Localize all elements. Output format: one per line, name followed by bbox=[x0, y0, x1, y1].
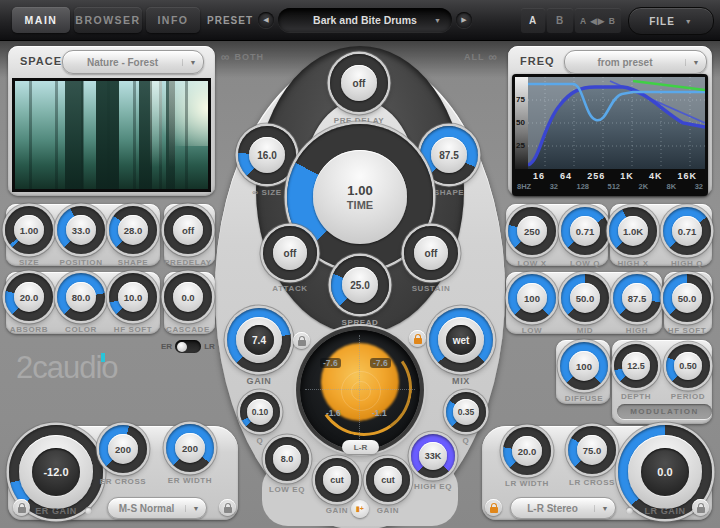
knob-face: 1.00 bbox=[14, 215, 44, 245]
knob-label: ATTACK bbox=[236, 284, 344, 293]
low-x-knob[interactable]: 250 LOW X bbox=[508, 207, 556, 255]
low-knob[interactable]: 100 LOW bbox=[508, 274, 556, 322]
lock-icon bbox=[490, 507, 498, 513]
space-label: SPACE bbox=[20, 55, 62, 67]
shape-knob[interactable]: 28.0 SHAPE bbox=[109, 206, 157, 254]
tab-info[interactable]: INFO bbox=[146, 7, 200, 33]
link-both-label: BOTH bbox=[235, 52, 265, 62]
preset-prev-button[interactable]: ◀ bbox=[258, 12, 274, 28]
er-lr-toggle[interactable]: ER LR bbox=[161, 340, 215, 353]
low-eq-knob[interactable]: 8.0 LOW EQ bbox=[265, 437, 309, 481]
hf-soft-right-knob[interactable]: 50.0 HF SOFT bbox=[663, 274, 711, 322]
diffuse-knob[interactable]: 100 DIFFUSE bbox=[560, 342, 608, 390]
freq-ytick: 50 bbox=[516, 118, 525, 127]
knob-value: wet bbox=[446, 325, 476, 355]
stereo-radar-display[interactable]: -7.6 -7.6 -1.6 -1.1 bbox=[300, 330, 420, 450]
toggle-switch[interactable] bbox=[175, 340, 201, 353]
gain-lock-button[interactable] bbox=[293, 332, 310, 349]
knob-face: 28.0 bbox=[118, 215, 148, 245]
knob-face: 20.0 bbox=[512, 436, 542, 466]
radar-value-bl: -1.6 bbox=[326, 408, 341, 418]
knob-label: SPREAD bbox=[302, 318, 418, 327]
predelay-left-knob[interactable]: off PREDELAY bbox=[164, 206, 212, 254]
knob-label: HIGH Q bbox=[639, 259, 720, 268]
space-dropdown-value: Nature - Forest bbox=[63, 57, 182, 68]
freq-curves bbox=[515, 77, 705, 169]
er-width-knob[interactable]: 200 ER WIDTH bbox=[166, 424, 214, 472]
high-eq-knob[interactable]: 33K HIGH EQ bbox=[411, 434, 455, 478]
lr-lock-left-button[interactable] bbox=[485, 499, 502, 516]
preset-ab-compare-button[interactable]: A ◀▶ B bbox=[575, 8, 621, 33]
light-ray bbox=[169, 81, 175, 189]
q-right-knob[interactable]: 0.35 Q bbox=[446, 392, 486, 432]
chevron-down-icon: ▼ bbox=[185, 505, 206, 512]
sustain-knob[interactable]: off SUSTAIN bbox=[404, 226, 458, 280]
hf-soft-left-knob[interactable]: 10.0 HF SOFT bbox=[109, 273, 157, 321]
gain-center-knob[interactable]: 7.4 GAIN bbox=[227, 308, 291, 372]
knob-face: off bbox=[414, 236, 448, 270]
depth-knob[interactable]: 12.5 DEPTH bbox=[614, 344, 658, 388]
preset-selector[interactable]: Bark and Bite Drums ▼ bbox=[278, 8, 452, 32]
low-q-knob[interactable]: 0.71 LOW Q bbox=[561, 207, 609, 255]
knob-label: PERIOD bbox=[644, 392, 720, 401]
lr-cross-knob[interactable]: 75.0 LR CROSS bbox=[568, 426, 616, 474]
tree-trunk bbox=[96, 81, 119, 189]
q-left-knob[interactable]: 0.10 Q bbox=[240, 392, 280, 432]
eq-link-button[interactable]: ▮+ bbox=[351, 500, 369, 518]
file-menu-button[interactable]: FILE ▼ bbox=[628, 7, 714, 35]
tab-browser[interactable]: BROWSER bbox=[74, 7, 142, 33]
knob-face: 87.5 bbox=[622, 283, 652, 313]
link-icon: ∞ bbox=[489, 53, 499, 61]
high-x-knob[interactable]: 1.0K HIGH X bbox=[609, 207, 657, 255]
space-dropdown[interactable]: Nature - Forest ▼ bbox=[62, 50, 204, 74]
predelay-knob[interactable]: off PRE DELAY bbox=[330, 54, 388, 112]
knob-value: 7.4 bbox=[244, 325, 274, 355]
tab-main[interactable]: MAIN bbox=[12, 7, 70, 33]
freq-ytick: 25 bbox=[516, 141, 525, 150]
mix-lock-button[interactable] bbox=[409, 330, 426, 347]
tree-trunk bbox=[65, 81, 82, 189]
spread-knob[interactable]: 25.0 SPREAD bbox=[331, 256, 389, 314]
chevron-down-icon: ▼ bbox=[434, 17, 441, 24]
knob-label: SUSTAIN bbox=[377, 284, 485, 293]
er-lock-left-button[interactable] bbox=[13, 499, 30, 516]
knob-face: 33K bbox=[419, 442, 447, 470]
chevron-down-icon: ▼ bbox=[685, 59, 706, 66]
preset-next-button[interactable]: ▶ bbox=[456, 12, 472, 28]
lr-lock-right-button[interactable] bbox=[692, 499, 709, 516]
space-preview-image bbox=[12, 78, 211, 192]
knob-face: 0.71 bbox=[570, 216, 600, 246]
knob-face: off bbox=[273, 236, 307, 270]
attack-knob[interactable]: off ATTACK bbox=[263, 226, 317, 280]
er-cross-knob[interactable]: 200 ER CROSS bbox=[99, 425, 147, 473]
link-all-label: ALL bbox=[464, 52, 485, 62]
link-all-toggle[interactable]: ALL ∞ bbox=[464, 52, 498, 62]
freq-dropdown[interactable]: from preset ▼ bbox=[564, 50, 707, 74]
link-both-toggle[interactable]: ∞ BOTH bbox=[221, 52, 264, 62]
lr-width-knob[interactable]: 20.0 LR WIDTH bbox=[503, 427, 551, 475]
high-q-knob[interactable]: 0.71 HIGH Q bbox=[663, 207, 711, 255]
period-knob[interactable]: 0.50 PERIOD bbox=[666, 344, 710, 388]
mid-knob[interactable]: 50.0 MID bbox=[561, 274, 609, 322]
high-knob[interactable]: 87.5 HIGH bbox=[613, 274, 661, 322]
preset-a-button[interactable]: A bbox=[521, 8, 545, 33]
lock-icon bbox=[18, 507, 26, 513]
high-eq-gain-knob[interactable]: cut GAIN bbox=[366, 458, 410, 502]
knob-face: off bbox=[173, 215, 203, 245]
mix-knob[interactable]: wet MIX bbox=[429, 308, 493, 372]
freq-graph[interactable]: 75 50 25 1664 2561K 4K16K 8HZ32 128512 2… bbox=[512, 74, 708, 196]
radar-value-tr: -7.6 bbox=[370, 358, 391, 368]
freq-label: FREQ bbox=[520, 55, 555, 67]
low-eq-gain-knob[interactable]: cut GAIN bbox=[315, 458, 359, 502]
knob-face: 87.5 bbox=[431, 137, 467, 173]
preset-b-button[interactable]: B bbox=[547, 8, 573, 33]
er-lock-right-button[interactable] bbox=[219, 499, 236, 516]
color-knob[interactable]: 80.0 COLOR bbox=[57, 273, 105, 321]
knob-face: 0.10 bbox=[247, 399, 273, 425]
size-knob[interactable]: 1.00 SIZE bbox=[5, 206, 53, 254]
freq-dropdown-value: from preset bbox=[565, 57, 685, 68]
position-knob[interactable]: 33.0 POSITION bbox=[57, 206, 105, 254]
cascade-knob[interactable]: 0.0 CASCADE bbox=[164, 273, 212, 321]
absorb-knob[interactable]: 20.0 ABSORB bbox=[5, 273, 53, 321]
radar-mode-button[interactable]: L-R bbox=[342, 440, 379, 454]
